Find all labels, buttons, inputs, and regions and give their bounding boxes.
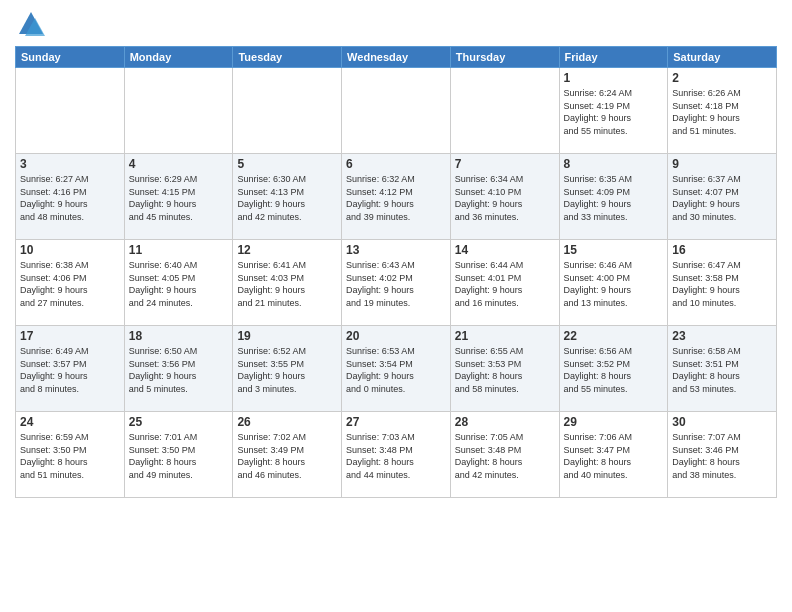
day-info: Sunrise: 7:01 AM Sunset: 3:50 PM Dayligh… [129, 431, 229, 481]
day-number: 28 [455, 415, 555, 429]
day-info: Sunrise: 7:05 AM Sunset: 3:48 PM Dayligh… [455, 431, 555, 481]
calendar-cell: 7Sunrise: 6:34 AM Sunset: 4:10 PM Daylig… [450, 154, 559, 240]
day-info: Sunrise: 6:40 AM Sunset: 4:05 PM Dayligh… [129, 259, 229, 309]
day-info: Sunrise: 6:56 AM Sunset: 3:52 PM Dayligh… [564, 345, 664, 395]
day-info: Sunrise: 6:50 AM Sunset: 3:56 PM Dayligh… [129, 345, 229, 395]
day-number: 27 [346, 415, 446, 429]
day-info: Sunrise: 6:35 AM Sunset: 4:09 PM Dayligh… [564, 173, 664, 223]
day-number: 25 [129, 415, 229, 429]
weekday-wednesday: Wednesday [342, 47, 451, 68]
day-info: Sunrise: 6:52 AM Sunset: 3:55 PM Dayligh… [237, 345, 337, 395]
calendar-cell [233, 68, 342, 154]
weekday-tuesday: Tuesday [233, 47, 342, 68]
calendar-table: SundayMondayTuesdayWednesdayThursdayFrid… [15, 46, 777, 498]
day-number: 30 [672, 415, 772, 429]
weekday-sunday: Sunday [16, 47, 125, 68]
calendar-cell [450, 68, 559, 154]
day-info: Sunrise: 6:55 AM Sunset: 3:53 PM Dayligh… [455, 345, 555, 395]
calendar-cell: 30Sunrise: 7:07 AM Sunset: 3:46 PM Dayli… [668, 412, 777, 498]
day-number: 19 [237, 329, 337, 343]
day-number: 15 [564, 243, 664, 257]
weekday-friday: Friday [559, 47, 668, 68]
day-info: Sunrise: 6:58 AM Sunset: 3:51 PM Dayligh… [672, 345, 772, 395]
calendar-cell: 19Sunrise: 6:52 AM Sunset: 3:55 PM Dayli… [233, 326, 342, 412]
day-info: Sunrise: 6:27 AM Sunset: 4:16 PM Dayligh… [20, 173, 120, 223]
day-number: 23 [672, 329, 772, 343]
calendar-cell: 3Sunrise: 6:27 AM Sunset: 4:16 PM Daylig… [16, 154, 125, 240]
calendar-cell: 1Sunrise: 6:24 AM Sunset: 4:19 PM Daylig… [559, 68, 668, 154]
day-number: 12 [237, 243, 337, 257]
header [15, 10, 777, 38]
day-info: Sunrise: 6:26 AM Sunset: 4:18 PM Dayligh… [672, 87, 772, 137]
day-number: 24 [20, 415, 120, 429]
day-info: Sunrise: 6:53 AM Sunset: 3:54 PM Dayligh… [346, 345, 446, 395]
week-row-5: 24Sunrise: 6:59 AM Sunset: 3:50 PM Dayli… [16, 412, 777, 498]
day-number: 11 [129, 243, 229, 257]
day-number: 29 [564, 415, 664, 429]
calendar-cell: 14Sunrise: 6:44 AM Sunset: 4:01 PM Dayli… [450, 240, 559, 326]
day-info: Sunrise: 7:03 AM Sunset: 3:48 PM Dayligh… [346, 431, 446, 481]
day-number: 9 [672, 157, 772, 171]
day-info: Sunrise: 6:49 AM Sunset: 3:57 PM Dayligh… [20, 345, 120, 395]
day-number: 26 [237, 415, 337, 429]
calendar-cell [342, 68, 451, 154]
calendar-cell: 11Sunrise: 6:40 AM Sunset: 4:05 PM Dayli… [124, 240, 233, 326]
day-info: Sunrise: 6:32 AM Sunset: 4:12 PM Dayligh… [346, 173, 446, 223]
week-row-4: 17Sunrise: 6:49 AM Sunset: 3:57 PM Dayli… [16, 326, 777, 412]
calendar-cell: 20Sunrise: 6:53 AM Sunset: 3:54 PM Dayli… [342, 326, 451, 412]
day-number: 17 [20, 329, 120, 343]
calendar-cell: 25Sunrise: 7:01 AM Sunset: 3:50 PM Dayli… [124, 412, 233, 498]
day-info: Sunrise: 6:24 AM Sunset: 4:19 PM Dayligh… [564, 87, 664, 137]
week-row-2: 3Sunrise: 6:27 AM Sunset: 4:16 PM Daylig… [16, 154, 777, 240]
calendar-cell: 5Sunrise: 6:30 AM Sunset: 4:13 PM Daylig… [233, 154, 342, 240]
page: SundayMondayTuesdayWednesdayThursdayFrid… [0, 0, 792, 612]
day-number: 6 [346, 157, 446, 171]
calendar-cell: 23Sunrise: 6:58 AM Sunset: 3:51 PM Dayli… [668, 326, 777, 412]
logo-icon [17, 10, 45, 38]
calendar-cell: 28Sunrise: 7:05 AM Sunset: 3:48 PM Dayli… [450, 412, 559, 498]
weekday-header-row: SundayMondayTuesdayWednesdayThursdayFrid… [16, 47, 777, 68]
week-row-3: 10Sunrise: 6:38 AM Sunset: 4:06 PM Dayli… [16, 240, 777, 326]
day-number: 13 [346, 243, 446, 257]
calendar-cell: 17Sunrise: 6:49 AM Sunset: 3:57 PM Dayli… [16, 326, 125, 412]
day-number: 7 [455, 157, 555, 171]
day-number: 18 [129, 329, 229, 343]
day-info: Sunrise: 6:43 AM Sunset: 4:02 PM Dayligh… [346, 259, 446, 309]
calendar-cell: 8Sunrise: 6:35 AM Sunset: 4:09 PM Daylig… [559, 154, 668, 240]
weekday-monday: Monday [124, 47, 233, 68]
calendar-cell: 9Sunrise: 6:37 AM Sunset: 4:07 PM Daylig… [668, 154, 777, 240]
day-info: Sunrise: 6:29 AM Sunset: 4:15 PM Dayligh… [129, 173, 229, 223]
calendar-cell: 15Sunrise: 6:46 AM Sunset: 4:00 PM Dayli… [559, 240, 668, 326]
day-info: Sunrise: 7:06 AM Sunset: 3:47 PM Dayligh… [564, 431, 664, 481]
day-info: Sunrise: 6:37 AM Sunset: 4:07 PM Dayligh… [672, 173, 772, 223]
calendar-cell: 24Sunrise: 6:59 AM Sunset: 3:50 PM Dayli… [16, 412, 125, 498]
week-row-1: 1Sunrise: 6:24 AM Sunset: 4:19 PM Daylig… [16, 68, 777, 154]
calendar-cell: 6Sunrise: 6:32 AM Sunset: 4:12 PM Daylig… [342, 154, 451, 240]
calendar-cell: 22Sunrise: 6:56 AM Sunset: 3:52 PM Dayli… [559, 326, 668, 412]
day-number: 14 [455, 243, 555, 257]
day-info: Sunrise: 6:34 AM Sunset: 4:10 PM Dayligh… [455, 173, 555, 223]
day-number: 8 [564, 157, 664, 171]
day-number: 20 [346, 329, 446, 343]
day-number: 10 [20, 243, 120, 257]
day-info: Sunrise: 6:59 AM Sunset: 3:50 PM Dayligh… [20, 431, 120, 481]
day-info: Sunrise: 7:02 AM Sunset: 3:49 PM Dayligh… [237, 431, 337, 481]
weekday-thursday: Thursday [450, 47, 559, 68]
day-number: 16 [672, 243, 772, 257]
calendar-cell: 10Sunrise: 6:38 AM Sunset: 4:06 PM Dayli… [16, 240, 125, 326]
calendar-cell [16, 68, 125, 154]
logo [15, 10, 45, 38]
calendar-cell: 27Sunrise: 7:03 AM Sunset: 3:48 PM Dayli… [342, 412, 451, 498]
day-info: Sunrise: 6:44 AM Sunset: 4:01 PM Dayligh… [455, 259, 555, 309]
day-number: 5 [237, 157, 337, 171]
calendar-cell: 4Sunrise: 6:29 AM Sunset: 4:15 PM Daylig… [124, 154, 233, 240]
calendar-cell: 13Sunrise: 6:43 AM Sunset: 4:02 PM Dayli… [342, 240, 451, 326]
day-info: Sunrise: 6:38 AM Sunset: 4:06 PM Dayligh… [20, 259, 120, 309]
day-number: 21 [455, 329, 555, 343]
calendar-cell: 29Sunrise: 7:06 AM Sunset: 3:47 PM Dayli… [559, 412, 668, 498]
calendar-cell: 12Sunrise: 6:41 AM Sunset: 4:03 PM Dayli… [233, 240, 342, 326]
calendar-cell: 26Sunrise: 7:02 AM Sunset: 3:49 PM Dayli… [233, 412, 342, 498]
day-number: 1 [564, 71, 664, 85]
weekday-saturday: Saturday [668, 47, 777, 68]
calendar-cell: 18Sunrise: 6:50 AM Sunset: 3:56 PM Dayli… [124, 326, 233, 412]
